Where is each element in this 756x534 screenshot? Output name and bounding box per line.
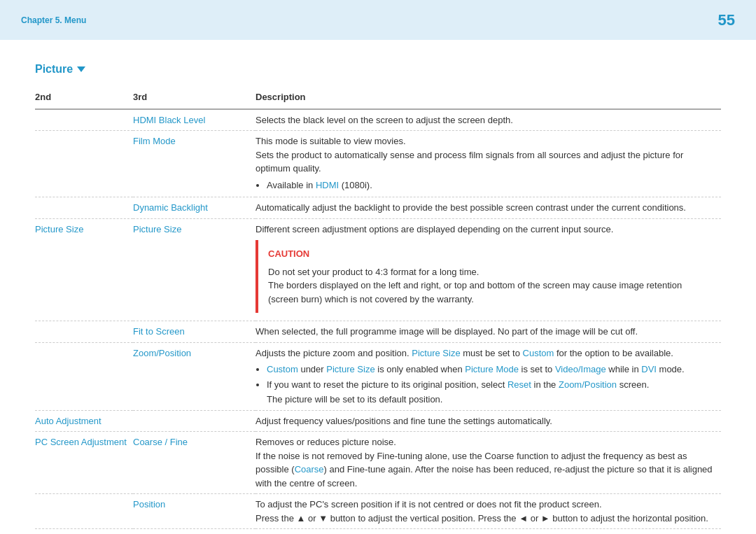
col-3rd-cell: Image Reset xyxy=(133,529,255,535)
bullet-list: Available in HDMI (1080i). xyxy=(255,178,715,192)
link: Picture Mode xyxy=(465,364,519,374)
desc-text: This mode is suitable to view movies. xyxy=(255,134,715,148)
col-desc-cell: Adjusts the picture zoom and position. P… xyxy=(255,342,721,410)
page-header: Chapter 5. Menu 55 xyxy=(0,0,756,40)
desc-mixed: Adjusts the picture zoom and position. P… xyxy=(255,346,715,360)
main-content: Picture 2nd 3rd Description HDMI Black L… xyxy=(0,40,756,534)
col-desc-cell: Different screen adjustment options are … xyxy=(255,218,721,321)
col2-link: Auto Adjustment xyxy=(35,416,102,426)
desc-mixed: If the noise is not removed by Fine-tuni… xyxy=(255,449,715,491)
table-row: PositionTo adjust the PC's screen positi… xyxy=(35,494,721,529)
table-row: Auto AdjustmentAdjust frequency values/p… xyxy=(35,410,721,432)
col-3rd-cell: Dynamic Backlight xyxy=(133,197,255,219)
col3-link: Position xyxy=(133,499,165,510)
menu-table: 2nd 3rd Description HDMI Black LevelSele… xyxy=(35,86,721,534)
col-desc-cell: When selected, the full programme image … xyxy=(255,321,721,343)
link: DVI xyxy=(641,364,657,374)
col3-link: HDMI Black Level xyxy=(133,115,205,125)
link: Reset xyxy=(507,379,531,390)
col-3rd-cell: Position xyxy=(133,494,255,529)
caution-text: The borders displayed on the left and ri… xyxy=(268,279,706,306)
col2-link: Picture Size xyxy=(35,224,83,234)
desc-text: Automatically adjust the backlight to pr… xyxy=(255,201,715,215)
col-header-desc: Description xyxy=(255,86,721,109)
col-header-3rd: 3rd xyxy=(133,86,255,109)
link: Picture Size xyxy=(326,364,374,374)
table-row: HDMI Black LevelSelects the black level … xyxy=(35,109,721,131)
col3-link: Fit to Screen xyxy=(133,326,185,337)
desc-text: Removes or reduces picture noise. xyxy=(255,435,715,449)
col-3rd-cell: Coarse / Fine xyxy=(133,432,255,494)
link: Video/Image xyxy=(555,364,606,374)
col-2nd-cell xyxy=(35,321,133,343)
col-2nd-cell xyxy=(35,197,133,219)
bullet-list: Custom under Picture Size is only enable… xyxy=(255,363,715,391)
col3-link: Dynamic Backlight xyxy=(133,202,208,213)
table-row: Zoom/PositionAdjusts the picture zoom an… xyxy=(35,342,721,410)
table-row: PC Screen AdjustmentCoarse / FineRemoves… xyxy=(35,432,721,494)
table-row: Dynamic BacklightAutomatically adjust th… xyxy=(35,197,721,219)
col-3rd-cell: HDMI Black Level xyxy=(133,109,255,131)
desc-text: To adjust the PC's screen position if it… xyxy=(255,498,715,512)
table-row: Image ResetResets the image to the defau… xyxy=(35,529,721,535)
col-2nd-cell xyxy=(35,529,133,535)
table-row: Fit to ScreenWhen selected, the full pro… xyxy=(35,321,721,343)
col-header-2nd: 2nd xyxy=(35,86,133,109)
col-3rd-cell: Picture Size xyxy=(133,218,255,321)
bullet-item: Available in HDMI (1080i). xyxy=(267,178,715,192)
col-desc-cell: Removes or reduces picture noise.If the … xyxy=(255,432,721,494)
col3-link: Film Mode xyxy=(133,136,176,146)
desc-text: Sets the product to automatically sense … xyxy=(255,148,715,176)
col-3rd-cell xyxy=(133,410,255,432)
col-2nd-cell xyxy=(35,131,133,197)
col-2nd-cell xyxy=(35,494,133,529)
col-3rd-cell: Film Mode xyxy=(133,131,255,197)
desc-text: Adjust frequency values/positions and fi… xyxy=(255,414,715,428)
caution-box: CAUTIONDo not set your product to 4:3 fo… xyxy=(255,240,715,313)
table-row: Film ModeThis mode is suitable to view m… xyxy=(35,131,721,197)
col-2nd-cell xyxy=(35,342,133,410)
col-2nd-cell: Auto Adjustment xyxy=(35,410,133,432)
col3-link: Picture Size xyxy=(133,224,181,234)
link: Coarse xyxy=(295,464,324,475)
col-desc-cell: Adjust frequency values/positions and fi… xyxy=(255,410,721,432)
page-number: 55 xyxy=(718,8,735,31)
section-title-text: Picture xyxy=(35,61,73,78)
desc-text: Selects the black level on the screen to… xyxy=(255,113,715,127)
section-title: Picture xyxy=(35,61,721,78)
col-2nd-cell: PC Screen Adjustment xyxy=(35,432,133,494)
col-desc-cell: Automatically adjust the backlight to pr… xyxy=(255,197,721,219)
chapter-title: Chapter 5. Menu xyxy=(21,14,86,27)
bullet-item: If you want to reset the picture to its … xyxy=(267,378,715,392)
link: Picture Size xyxy=(412,348,460,358)
link: Zoom/Position xyxy=(559,379,617,390)
col3-link: Zoom/Position xyxy=(133,348,191,358)
col-desc-cell: Resets the image to the default settings… xyxy=(255,529,721,535)
caution-text: Do not set your product to 4:3 format fo… xyxy=(268,265,706,279)
col-3rd-cell: Fit to Screen xyxy=(133,321,255,343)
link: Custom xyxy=(267,364,298,374)
link: Custom xyxy=(523,348,554,358)
desc-text: Different screen adjustment options are … xyxy=(255,223,715,237)
col2-link: PC Screen Adjustment xyxy=(35,437,127,447)
bullet-item: Custom under Picture Size is only enable… xyxy=(267,363,715,377)
desc-text: Press the ▲ or ▼ button to adjust the ve… xyxy=(255,512,715,526)
col-3rd-cell: Zoom/Position xyxy=(133,342,255,410)
page: Chapter 5. Menu 55 Picture 2nd 3rd Descr… xyxy=(0,0,756,534)
col-desc-cell: This mode is suitable to view movies.Set… xyxy=(255,131,721,197)
desc-text: When selected, the full programme image … xyxy=(255,325,715,339)
col3-link: Coarse / Fine xyxy=(133,437,188,447)
link: HDMI xyxy=(316,180,339,190)
col-desc-cell: To adjust the PC's screen position if it… xyxy=(255,494,721,529)
col-2nd-cell: Picture Size xyxy=(35,218,133,321)
indent-text: The picture will be set to its default p… xyxy=(255,393,715,407)
triangle-down-icon xyxy=(77,66,85,72)
caution-title: CAUTION xyxy=(268,247,706,261)
table-row: Picture SizePicture SizeDifferent screen… xyxy=(35,218,721,321)
col-2nd-cell xyxy=(35,109,133,131)
col-desc-cell: Selects the black level on the screen to… xyxy=(255,109,721,131)
